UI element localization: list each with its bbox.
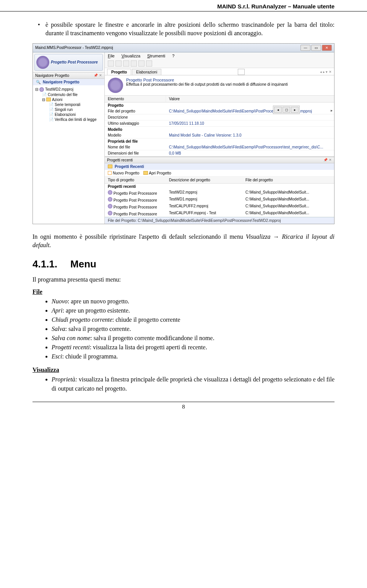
menu-intro-text: Il programma presenta questi menu: [32, 275, 335, 284]
list-item: Apri: apre un progetto esistente. [52, 306, 335, 315]
recent-section-label: Progetti recenti [105, 184, 334, 189]
tree-item[interactable]: 📄 Singoli run [35, 107, 102, 112]
tabs: Progetto Elaborazioni ◂ ▸ ▾ ✕ [105, 68, 334, 75]
toolbar [105, 59, 334, 68]
recent-panel-title: Progetti recenti [107, 158, 133, 162]
tree-root[interactable]: ⊟ TestWD2.mpproj [35, 87, 102, 92]
new-project-button[interactable]: Nuovo Progetto [108, 171, 140, 175]
toolbar-help-icon[interactable] [146, 60, 152, 67]
section-heading-411: 4.1.1.Menu [32, 258, 335, 270]
navigator-panel-title: Navigatore Progetto [35, 73, 69, 78]
list-item: Proprietà: visualizza la finestra princi… [52, 375, 335, 393]
folder-icon [108, 165, 112, 168]
navigator-subheader: 🔍 Navigatore Progetto [33, 79, 104, 85]
toolbar-settings-icon[interactable] [131, 60, 137, 67]
gear-icon [39, 87, 44, 92]
recent-subheader: Progetti Recenti [105, 163, 334, 170]
minimize-button[interactable]: — [300, 45, 310, 51]
grid-cell: Ultimo salvataggio [105, 121, 166, 126]
grid-cell: Maind Model Suite - Caline Versione: 1.3… [166, 132, 334, 138]
file-menu-heading: File [32, 288, 335, 295]
nav-blue-icon: 🔍 [36, 80, 41, 84]
menu-visualizza[interactable]: Visualizza [122, 54, 140, 58]
project-tree[interactable]: ⊟ TestWD2.mpproj 📄 Contenuto del file ⊟ … [33, 85, 104, 224]
recent-panel-header: Progetti recenti 📌 ✕ [105, 157, 334, 163]
document-icon [108, 171, 112, 175]
scroll-right-icon[interactable]: ▸ [329, 108, 334, 114]
ribbon-project[interactable]: Progetto Post Processore [34, 54, 103, 71]
ribbon-label: Progetto Post Processore [51, 60, 98, 64]
statusbar: File del Progetto: C:\Maind_Sviluppo\Mai… [105, 217, 334, 224]
maximize-button[interactable]: ▭ [311, 45, 321, 51]
properties-grid: Elemento Valore Progetto File del proget… [105, 96, 334, 156]
tab-pin[interactable]: ◂ ▸ ▾ ✕ [320, 70, 332, 74]
visualizza-menu-list: Proprietà: visualizza la finestra princi… [32, 375, 335, 393]
grid-section-progetto: Progetto [105, 103, 334, 108]
dock-left-icon[interactable]: ◂ [274, 107, 282, 113]
grid-cell: C:\Maind_Sviluppo\MaindModelSuite\Filedi… [166, 108, 329, 114]
recent-row[interactable]: Progetto Post ProcessoreTestCALPUFF2.mpp… [105, 203, 334, 210]
tree-item[interactable]: 📄 Verifica dei limiti di legge [35, 117, 102, 122]
recent-col-file: File del progetto [242, 177, 334, 183]
doc-header: MAIND S.r.l. RunAnalyzer – Manuale utent… [0, 0, 367, 11]
window-title: Maind.MMS.PostProcessor - TestWD2.mpproj [35, 46, 113, 50]
recent-row[interactable]: Progetto Post ProcessoreTestWD1.mpprojC:… [105, 196, 334, 203]
intro-bullet: è possibile spostare le finestre e ancor… [32, 21, 335, 38]
list-item: Nuovo: apre un nuovo progetto. [52, 297, 335, 306]
tab-progetto[interactable]: Progetto [107, 69, 131, 75]
menu-strumenti[interactable]: Strumenti [147, 54, 165, 58]
grid-cell: Dimensioni del file [105, 150, 166, 156]
app-screenshot: Maind.MMS.PostProcessor - TestWD2.mpproj… [32, 43, 335, 224]
menu-help[interactable]: ? [172, 54, 174, 58]
tree-item[interactable]: 📄 Contenuto del file [35, 92, 102, 97]
grid-section-modello: Modello [105, 127, 334, 132]
navigator-panel-header: Navigatore Progetto 📌 ✕ [33, 72, 104, 79]
info-desc: Effettua il post processamento dei file … [126, 82, 288, 86]
list-item: Salva con nome: salva il progetto corren… [52, 334, 335, 343]
menubar: File Visualizza Strumenti ? [105, 52, 334, 59]
grid-section-proprieta: Proprietà del file [105, 138, 334, 144]
tab-elaborazioni[interactable]: Elaborazioni [132, 69, 161, 75]
list-item: Esci: chiude il programma. [52, 352, 335, 361]
tree-item[interactable]: 📄 Elaborazioni [35, 112, 102, 117]
recent-row[interactable]: Progetto Post ProcessoreTestCALPUFF.mppr… [105, 210, 334, 217]
list-item: Chiudi progetto corrente: chiude il prog… [52, 315, 335, 324]
recent-col-desc: Descrizione del progetto [166, 177, 242, 183]
tree-item[interactable]: ⊟ Azioni [35, 97, 102, 102]
toolbar-view-icon[interactable] [138, 60, 145, 67]
grid-cell: Descrizione [105, 114, 166, 120]
tab-dock-icon[interactable] [238, 69, 245, 75]
list-item: Progetti recenti: visualizza la lista de… [52, 343, 335, 352]
gear-icon [36, 56, 49, 69]
grid-cell: Nome del file [105, 144, 166, 150]
page-footer: 8 [32, 402, 335, 410]
close-button[interactable]: ✕ [322, 45, 332, 51]
window-titlebar[interactable]: Maind.MMS.PostProcessor - TestWD2.mpproj… [33, 44, 334, 52]
toolbar-new-icon[interactable] [108, 60, 114, 67]
tree-item[interactable]: 📄 Serie temporali [35, 102, 102, 107]
docking-guide[interactable]: ◂ ◻ ▸ [273, 106, 300, 114]
info-title: Progetto Post Processore [126, 78, 288, 82]
file-menu-list: Nuovo: apre un nuovo progetto.Apri: apre… [32, 297, 335, 361]
menu-file[interactable]: File [108, 54, 115, 58]
grid-cell: 0,0 MB [166, 150, 334, 156]
open-project-button[interactable]: Apri Progetto [143, 171, 171, 175]
dock-right-icon[interactable]: ▸ [291, 107, 299, 113]
recent-row[interactable]: Progetto Post ProcessoreTestWD2.mpprojC:… [105, 189, 334, 196]
toolbar-open-icon[interactable] [115, 60, 122, 67]
folder-icon [143, 171, 148, 175]
recent-subheader-text: Progetti Recenti [115, 165, 144, 169]
pin-icon[interactable]: 📌 ✕ [94, 73, 102, 78]
list-item: Salva: salva il progetto corrente. [52, 324, 335, 334]
recent-col-tipo: Tipo di progetto [105, 177, 166, 183]
toolbar-save-icon[interactable] [123, 60, 129, 67]
gear-icon [108, 190, 112, 195]
dock-center-icon[interactable]: ◻ [283, 107, 290, 113]
grid-cell: 17/05/2011 11.18.10 [166, 121, 334, 126]
pin-icon[interactable]: 📌 ✕ [323, 158, 332, 162]
gear-icon [108, 78, 123, 93]
navigator-subheader-text: Navigatore Progetto [43, 80, 80, 84]
gear-icon [108, 204, 112, 208]
folder-icon [46, 98, 51, 101]
recent-projects-panel: Progetti recenti 📌 ✕ Progetti Recenti Nu… [105, 156, 334, 217]
